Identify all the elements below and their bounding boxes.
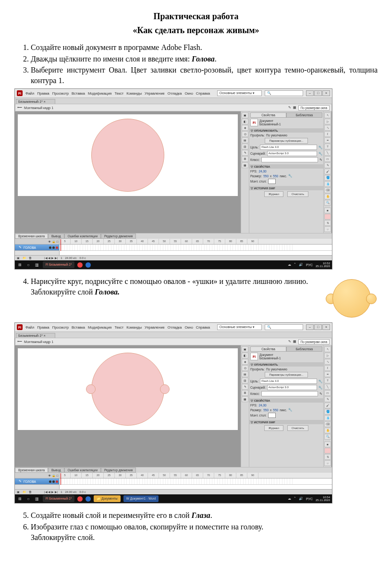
section-swf-history[interactable]: ▽ ИСТОРИЯ SWF (249, 420, 323, 424)
zoom-combo[interactable]: По размерам окна (298, 339, 330, 344)
lasso-tool-icon[interactable]: ℓ (324, 131, 331, 137)
menu-insert[interactable]: Вставка (72, 325, 85, 330)
tray-volume-icon[interactable]: 🔊 (299, 263, 303, 267)
panel-icon[interactable]: ✎ (242, 384, 248, 390)
ie-icon[interactable] (86, 262, 91, 268)
new-layer-icon[interactable]: ▣ (17, 256, 20, 260)
menu-help[interactable]: Справка (196, 325, 210, 330)
menu-text[interactable]: Текст (114, 91, 123, 96)
target-combo[interactable]: Flash Lite 4.0 (260, 145, 317, 150)
menu-debug[interactable]: Отладка (168, 325, 182, 330)
free-transform-tool-icon[interactable]: ⤡ (324, 125, 331, 131)
lasso-tool-icon[interactable]: ℓ (324, 365, 331, 371)
menu-file[interactable]: Файл (25, 91, 34, 96)
window-close-button[interactable]: × (322, 90, 330, 96)
section-publish[interactable]: ▽ ОПУБЛИКОВАТЬ (249, 362, 323, 367)
hand-tool-icon[interactable]: ✋ (324, 428, 331, 433)
rectangle-tool-icon[interactable]: ▭ (324, 156, 331, 162)
delete-layer-icon[interactable]: 🗑 (29, 256, 32, 260)
lock-column-icon[interactable]: 🔒 (52, 240, 55, 243)
tab-library[interactable]: Библиотека (286, 346, 322, 352)
tab-motion-editor[interactable]: Редактор движения (101, 467, 136, 473)
panel-icon[interactable]: ◈ (242, 359, 248, 365)
swf-log-button[interactable]: Журнал (264, 191, 283, 197)
tab-timeline[interactable]: Временная шкала (15, 467, 48, 473)
section-properties[interactable]: ▽ СВОЙСТВА (249, 398, 323, 403)
menu-window[interactable]: Окно (184, 325, 193, 330)
line-tool-icon[interactable]: ╲ (324, 384, 331, 390)
start-icon[interactable]: ⊞ (17, 496, 23, 502)
swap-colors-icon[interactable]: ⇅ (324, 220, 331, 226)
edit-scene-icon[interactable]: ✎ (288, 340, 291, 344)
scene-back-icon[interactable]: ⟵ (17, 340, 22, 344)
panel-icon[interactable]: ✎ (242, 150, 248, 156)
script-combo[interactable]: ActionScript 3.0 (267, 151, 317, 156)
paint-bucket-tool-icon[interactable]: 🪣 (324, 175, 331, 181)
window-restore-button[interactable]: □ (314, 324, 322, 330)
new-folder-icon[interactable]: 📁 (23, 490, 26, 494)
edit-symbol-icon[interactable]: ▦ (293, 340, 296, 344)
edit-symbol-icon[interactable]: ▦ (293, 106, 296, 110)
subselection-tool-icon[interactable]: ▷ (324, 353, 331, 358)
swf-clear-button[interactable]: Очистить (287, 425, 308, 431)
panel-icon[interactable]: ▥ (242, 378, 248, 383)
brush-tool-icon[interactable]: 🖌 (324, 169, 331, 174)
layer-row[interactable]: ✎ ГОЛОВА (15, 479, 59, 485)
opera-icon[interactable] (77, 496, 83, 502)
panel-icon[interactable]: ▤ (242, 371, 248, 377)
panel-icon[interactable]: ▥ (242, 144, 248, 149)
text-tool-icon[interactable]: T (324, 144, 331, 149)
menu-modify[interactable]: Модификация (88, 325, 111, 330)
panel-icon[interactable]: ▤ (242, 137, 248, 143)
eraser-tool-icon[interactable]: ⌫ (324, 187, 331, 193)
tray-date[interactable]: 25.11.2020 (316, 265, 330, 268)
publish-settings-button[interactable]: Параметры публикации... (265, 138, 307, 144)
taskview-icon[interactable]: ▥ (34, 496, 40, 502)
search-input[interactable]: 🔍 (265, 90, 303, 96)
paint-bucket-tool-icon[interactable]: 🪣 (324, 409, 331, 415)
size-h[interactable]: 550 (273, 408, 278, 412)
class-field[interactable] (261, 391, 318, 396)
canvas[interactable] (18, 348, 238, 430)
menu-view[interactable]: Просмотр (52, 91, 69, 96)
stage-area[interactable] (15, 345, 241, 467)
scene-name[interactable]: Монтажный кадр 1 (24, 340, 53, 344)
tab-timeline[interactable]: Временная шкала (15, 233, 48, 239)
panel-icon[interactable]: ▣ (242, 112, 248, 118)
canvas[interactable] (18, 114, 238, 196)
subselection-tool-icon[interactable]: ▷ (324, 119, 331, 124)
menu-edit[interactable]: Правка (37, 91, 49, 96)
tray-onedrive-icon[interactable]: ☁ (288, 263, 291, 267)
tab-properties[interactable]: Свойства (250, 346, 286, 352)
scene-back-icon[interactable]: ⟵ (17, 106, 22, 110)
tray-lang[interactable]: РУС (306, 263, 313, 267)
target-edit-icon[interactable]: 🔧 (318, 146, 322, 149)
rectangle-tool-icon[interactable]: ▭ (324, 390, 331, 396)
taskbar-app-flash[interactable]: Fl Безымянный-1* (43, 495, 74, 502)
size-w[interactable]: 550 (263, 408, 269, 412)
document-tab[interactable]: Безымянный-1* × (16, 333, 55, 338)
tool-option-icon[interactable]: ○ (324, 460, 331, 466)
brush-tool-icon[interactable]: 🖌 (324, 403, 331, 408)
window-minimize-button[interactable]: – (306, 324, 314, 330)
section-publish[interactable]: ▽ ОПУБЛИКОВАТЬ (249, 128, 323, 133)
size-edit-icon[interactable]: 🔧 (288, 174, 292, 178)
pencil-tool-icon[interactable]: ✎ (324, 396, 331, 402)
zoom-combo[interactable]: По размерам окна (298, 105, 330, 110)
tool-option-icon[interactable]: ○ (324, 226, 331, 232)
layer-name[interactable]: ГОЛОВА (24, 246, 36, 249)
menu-insert[interactable]: Вставка (72, 91, 85, 96)
menu-edit[interactable]: Правка (37, 325, 49, 330)
section-swf-history[interactable]: ▽ ИСТОРИЯ SWF (249, 186, 323, 190)
menu-help[interactable]: Справка (196, 91, 210, 96)
menu-commands[interactable]: Команды (126, 325, 142, 330)
target-combo[interactable]: Flash Lite 4.0 (260, 379, 317, 384)
frame-ruler[interactable]: 51015202530354045505560657075808590 (60, 473, 332, 479)
panel-icon[interactable]: ◧ (242, 353, 248, 358)
eyedropper-tool-icon[interactable]: 💧 (324, 181, 331, 187)
panel-icon[interactable]: ⌘ (242, 156, 248, 162)
class-field[interactable] (261, 157, 318, 162)
search-input[interactable]: 🔍 (265, 324, 303, 330)
script-combo[interactable]: ActionScript 3.0 (267, 385, 317, 390)
tray-volume-icon[interactable]: 🔊 (299, 497, 303, 501)
